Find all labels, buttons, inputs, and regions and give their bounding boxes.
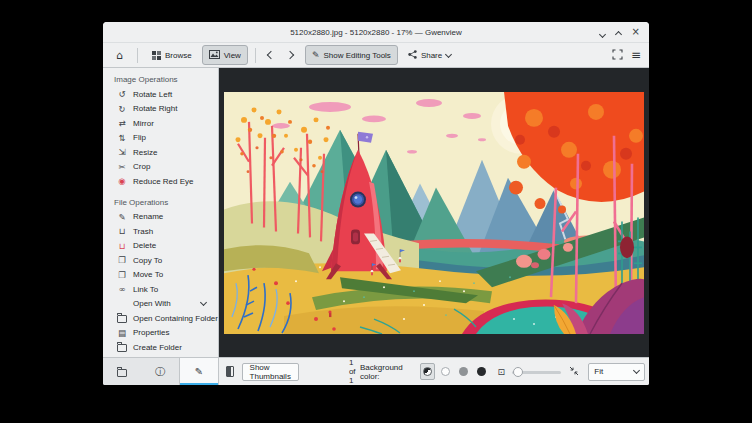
sidebar-item-copy-to[interactable]: ❐ Copy To bbox=[103, 253, 218, 268]
zoom-slider-handle[interactable] bbox=[513, 367, 523, 377]
sidebar-item-resize[interactable]: ⇲ Resize bbox=[103, 145, 218, 160]
zoom-actual-size-icon[interactable] bbox=[569, 366, 579, 378]
rotate-right-icon: ↻ bbox=[117, 104, 127, 114]
zoom-mode-select[interactable]: Fit bbox=[588, 363, 645, 381]
view-button[interactable]: View bbox=[202, 45, 248, 65]
content-area: Image Operations ↺ Rotate Left ↻ Rotate … bbox=[103, 68, 649, 357]
item-label: Rotate Right bbox=[133, 104, 177, 113]
item-label: Open Containing Folder bbox=[133, 314, 218, 323]
gray-color-swatch bbox=[459, 367, 468, 376]
desktop: 5120x2880.jpg - 5120x2880 - 17% — Gwenvi… bbox=[0, 0, 752, 423]
tab-information[interactable]: ⓘ bbox=[141, 358, 179, 385]
sidebar-item-open-containing-folder[interactable]: Open Containing Folder bbox=[103, 311, 218, 326]
minimize-button[interactable] bbox=[600, 23, 605, 41]
tab-operations[interactable]: ✎ bbox=[179, 358, 218, 385]
item-label: Copy To bbox=[133, 256, 162, 265]
back-button[interactable] bbox=[263, 46, 279, 64]
item-label: Resize bbox=[133, 148, 157, 157]
bottom-bar: ⓘ ✎ Show Thumbnails 1 of 1 Background co… bbox=[103, 357, 649, 385]
auto-color-swatch bbox=[423, 367, 432, 376]
sidebar-item-open-with[interactable]: Open With bbox=[103, 297, 218, 312]
item-label: Properties bbox=[133, 328, 169, 337]
sidebar-item-delete[interactable]: ⊔ Delete bbox=[103, 239, 218, 254]
operations-sidebar: Image Operations ↺ Rotate Left ↻ Rotate … bbox=[103, 68, 219, 357]
image-view-area[interactable] bbox=[219, 68, 649, 357]
item-label: Delete bbox=[133, 241, 156, 250]
item-label: Crop bbox=[133, 162, 150, 171]
copy-icon: ❐ bbox=[117, 255, 127, 265]
zoom-mode-value: Fit bbox=[594, 367, 603, 376]
crop-icon: ✂ bbox=[117, 162, 127, 172]
bg-color-dark-button[interactable] bbox=[474, 363, 489, 380]
bg-color-light-button[interactable] bbox=[438, 363, 453, 380]
mirror-icon: ⇄ bbox=[117, 118, 127, 128]
sidebar-item-link-to[interactable]: ∞ Link To bbox=[103, 282, 218, 297]
toggle-sidebar-button[interactable] bbox=[226, 366, 234, 377]
browse-button[interactable]: Browse bbox=[145, 45, 199, 65]
background-color-label: Background color: bbox=[360, 363, 417, 381]
image-operations-header: Image Operations bbox=[103, 70, 218, 87]
main-toolbar: ⌂ Browse View ✎ Show Editing Tools bbox=[103, 43, 649, 68]
file-operations-header: File Operations bbox=[103, 189, 218, 210]
show-thumbnails-label: Show Thumbnails bbox=[250, 363, 291, 381]
item-label: Rename bbox=[133, 212, 163, 221]
red-eye-icon: ◉ bbox=[117, 176, 127, 186]
fullscreen-button[interactable] bbox=[612, 46, 623, 64]
sidebar-item-create-folder[interactable]: Create Folder bbox=[103, 340, 218, 355]
folder-icon bbox=[117, 315, 127, 323]
browse-label: Browse bbox=[165, 51, 192, 60]
chevron-down-icon bbox=[445, 50, 452, 57]
image-canvas bbox=[224, 92, 644, 334]
item-label: Open With bbox=[133, 299, 171, 308]
item-label: Reduce Red Eye bbox=[133, 177, 193, 186]
bg-color-auto-button[interactable] bbox=[420, 363, 435, 380]
light-color-swatch bbox=[441, 367, 450, 376]
image-counter: 1 of 1 bbox=[349, 358, 360, 385]
maximize-button[interactable] bbox=[616, 23, 621, 41]
delete-trash-icon: ⊔ bbox=[117, 241, 127, 251]
item-label: Mirror bbox=[133, 119, 154, 128]
pencil-icon: ✎ bbox=[195, 366, 203, 377]
move-icon: ❐ bbox=[117, 270, 127, 280]
close-button[interactable]: × bbox=[632, 27, 640, 37]
show-thumbnails-button[interactable]: Show Thumbnails bbox=[242, 363, 299, 381]
home-button[interactable]: ⌂ bbox=[109, 45, 130, 65]
zoom-fit-icon[interactable]: ⊡ bbox=[497, 367, 505, 377]
sidebar-item-rename[interactable]: ✎ Rename bbox=[103, 210, 218, 225]
sidebar-item-rotate-right[interactable]: ↻ Rotate Right bbox=[103, 102, 218, 117]
sidebar-item-properties[interactable]: ▤ Properties bbox=[103, 326, 218, 341]
link-icon: ∞ bbox=[117, 284, 127, 294]
share-icon bbox=[408, 50, 417, 61]
sidebar-tabbar: ⓘ ✎ bbox=[103, 358, 219, 385]
sidebar-item-crop[interactable]: ✂ Crop bbox=[103, 160, 218, 175]
share-button[interactable]: Share bbox=[401, 45, 458, 65]
sidebar-item-move-to[interactable]: ❐ Move To bbox=[103, 268, 218, 283]
item-label: Flip bbox=[133, 133, 146, 142]
item-label: Move To bbox=[133, 270, 163, 279]
show-editing-tools-button[interactable]: ✎ Show Editing Tools bbox=[305, 45, 398, 65]
sidebar-item-reduce-red-eye[interactable]: ◉ Reduce Red Eye bbox=[103, 174, 218, 189]
sidebar-item-trash[interactable]: ⊔ Trash bbox=[103, 224, 218, 239]
pencil-icon: ✎ bbox=[312, 51, 320, 60]
window-title: 5120x2880.jpg - 5120x2880 - 17% — Gwenvi… bbox=[103, 28, 649, 37]
info-icon: ⓘ bbox=[155, 365, 165, 379]
item-label: Create Folder bbox=[133, 343, 182, 352]
item-label: Trash bbox=[133, 227, 153, 236]
rename-pencil-icon: ✎ bbox=[117, 212, 127, 222]
home-icon: ⌂ bbox=[116, 50, 123, 61]
show-editing-tools-label: Show Editing Tools bbox=[323, 51, 390, 60]
forward-button[interactable] bbox=[282, 46, 298, 64]
chevron-down-icon bbox=[633, 367, 640, 374]
tab-folders[interactable] bbox=[103, 358, 141, 385]
image-view-icon bbox=[209, 50, 220, 61]
sidebar-item-flip[interactable]: ⇅ Flip bbox=[103, 131, 218, 146]
dark-color-swatch bbox=[477, 367, 486, 376]
titlebar[interactable]: 5120x2880.jpg - 5120x2880 - 17% — Gwenvi… bbox=[103, 22, 649, 43]
bg-color-gray-button[interactable] bbox=[456, 363, 471, 380]
sidebar-item-rotate-left[interactable]: ↺ Rotate Left bbox=[103, 87, 218, 102]
hamburger-menu-button[interactable]: ≡ bbox=[631, 50, 641, 60]
rotate-left-icon: ↺ bbox=[117, 89, 127, 99]
sidebar-item-mirror[interactable]: ⇄ Mirror bbox=[103, 116, 218, 131]
zoom-slider[interactable] bbox=[512, 365, 561, 379]
trash-icon: ⊔ bbox=[117, 226, 127, 236]
